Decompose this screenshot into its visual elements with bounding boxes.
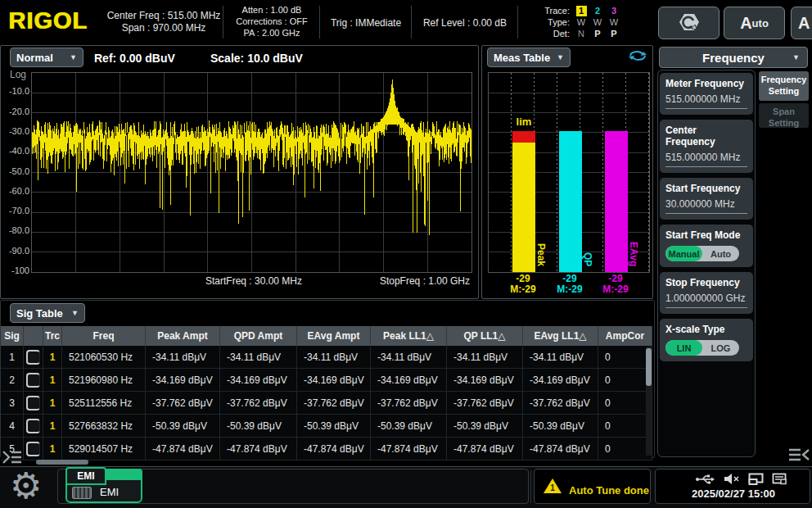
emi-task-tab[interactable]: EMI EMI [65,469,142,503]
amplitude-cell: -50.39 dBμV [523,415,598,437]
ref-level-readout: Ref Level : 0.00 dB [414,17,516,29]
toggle-option-auto[interactable]: Auto [702,246,739,261]
sig-table-dropdown[interactable]: Sig Table ▼ [10,303,85,323]
toggle-option-log[interactable]: LOG [702,340,739,356]
sidebar-card-center-frequency[interactable]: Center Frequency515.000000 MHz [660,120,753,173]
meas-table-dropdown[interactable]: Meas Table ▼ [487,48,571,67]
y-tick-label: -100 [2,265,29,275]
hide-menu-icon[interactable] [787,447,810,462]
table-header-row: SigTrcFreqPeak AmptQPD AmptEAvg AmptPeak… [1,326,652,346]
column-header [24,326,43,346]
column-header: AmpCor [598,326,652,346]
scroll-thumb[interactable] [646,348,652,386]
y-axis-ticks: -10.0-20.0-30.0-40.0-50.0-60.0-70.0-80.0… [2,72,29,271]
table-vertical-scrollbar[interactable] [646,347,652,456]
amplitude-cell: -34.169 dBμV [523,369,598,391]
trace-2-number: 2 [589,5,606,16]
table-row[interactable]: 31525112556 Hz-37.762 dBμV-37.762 dBμV-3… [1,392,652,415]
table-row[interactable]: 51529014507 Hz-47.874 dBμV-47.874 dBμV-4… [1,438,652,460]
atten-readout: Atten : 1.00 dB [226,4,318,16]
value-underline [665,108,747,109]
toggle-x-scale-type[interactable]: LINLOG [665,340,739,356]
emi-mode-icon [72,487,92,499]
amplitude-cell: -34.11 dBμV [523,346,598,368]
ref-label: Ref: 0.00 dBuV [94,52,175,65]
top-bar: RIGOL Center Freq : 515.00 MHz Span : 97… [0,0,812,44]
status-block: 2025/02/27 15:00 [655,469,810,504]
trace-2-type: W [589,16,606,28]
emi-tab-flag [102,469,142,480]
sidebar-card-start-frequency[interactable]: Start Frequency30.000000 MHz [660,178,753,220]
ampcor-cell: 0 [598,346,652,368]
value-underline [665,307,747,308]
sidebar-card-meter-frequency[interactable]: Meter Frequency515.000000 MHz [660,73,753,115]
notification-count: 1 [540,483,565,492]
row-checkbox[interactable] [26,442,40,456]
auto-tune-button[interactable]: Auto [724,7,785,39]
row-checkbox[interactable] [26,419,40,433]
bar-marker-value: M:-29 [591,284,640,295]
column-header: Peak Ampt [146,326,220,346]
file-icon [772,473,787,485]
checkbox-cell [24,346,43,368]
partial-button[interactable]: A [791,7,812,39]
refresh-icon[interactable] [627,48,648,63]
y-tick-label: -60.0 [2,186,29,196]
trace-cell: 1 [43,369,62,391]
sidebar-card-stop-frequency[interactable]: Stop Frequency1.000000000 GHz [660,272,753,314]
table-row[interactable]: 11521060530 Hz-34.11 dBμV-34.11 dBμV-34.… [1,346,652,369]
row-checkbox[interactable] [26,350,40,365]
checkbox-cell [24,438,43,460]
trig-readout: Trig : IMMediate [323,17,409,29]
table-row[interactable]: 21521960980 Hz-34.169 dBμV-34.169 dBμV-3… [1,369,652,392]
amplitude-cell: -47.874 dBμV [523,438,598,460]
trace-cell: 1 [43,438,62,460]
bar-value: -29M:-29 [591,274,640,295]
amplitude-cell: -34.11 dBμV [447,346,523,368]
y-tick-label: -40.0 [2,146,29,156]
amplitude-cell: -47.874 dBμV [371,438,447,460]
tab-span-setting[interactable]: Span Setting [759,103,809,128]
toggle-option-lin[interactable]: LIN [665,340,702,356]
start-freq-label: StartFreq : 30.00 MHz [164,275,344,287]
row-checkbox[interactable] [26,396,40,410]
column-header: Peak LL1△ [371,326,447,346]
toggle-option-manual[interactable]: Manual [665,246,702,261]
toggle-start-freq-mode[interactable]: ManualAuto [665,246,739,261]
trace-3-det: P [606,28,622,39]
amplitude-cell: -50.39 dBμV [297,415,371,437]
auto-button-rest: uto [752,17,769,29]
trace-3-number: 3 [606,5,622,16]
ampcor-cell: 0 [598,392,652,414]
row-checkbox[interactable] [26,373,40,388]
bar-label-wrapper: Peak [535,72,547,266]
tab-frequency-setting[interactable]: Frequency Setting [759,71,809,101]
preset-button[interactable] [658,7,720,39]
system-gear-icon[interactable]: ⚙ [10,465,42,506]
trace-cell: 1 [43,392,62,414]
table-horizontal-scrollbar-thumb[interactable] [36,460,88,465]
checkbox-cell [24,415,43,437]
bar-axis-label: Peak [535,243,547,266]
sidebar-card-start-freq-mode[interactable]: Start Freq ModeManualAuto [660,225,753,267]
column-header: Trc [43,326,62,346]
bar-value: -29M:-29 [498,274,548,295]
sidebar-menu-dropdown[interactable]: Frequency ▼ [659,47,808,68]
notification-block[interactable]: 1 Auto Tune done [534,469,651,504]
bar-label-wrapper: QP [582,72,593,266]
checkbox-cell [24,369,43,391]
table-row[interactable]: 41527663832 Hz-50.39 dBμV-50.39 dBμV-50.… [1,415,652,438]
sidebar-card-x-scale-type[interactable]: X-scale TypeLINLOG [660,319,753,361]
expand-table-icon[interactable] [2,449,23,465]
card-label: Meter Frequency [665,78,747,89]
y-tick-label: -10.0 [2,86,29,96]
trace-mode-dropdown[interactable]: Normal ▼ [10,48,83,67]
span-readout: Span : 970.00 MHz [106,22,221,34]
emi-tab-label: EMI [77,470,94,482]
bar-axis-label: EAvg [628,242,639,266]
amplitude-cell: -34.169 dBμV [447,369,523,391]
amplitude-cell: -47.874 dBμV [447,438,523,460]
partial-button-glyph: A [798,14,810,33]
amplitude-cell: -50.39 dBμV [146,415,220,437]
trace-label: Trace: [530,5,573,16]
